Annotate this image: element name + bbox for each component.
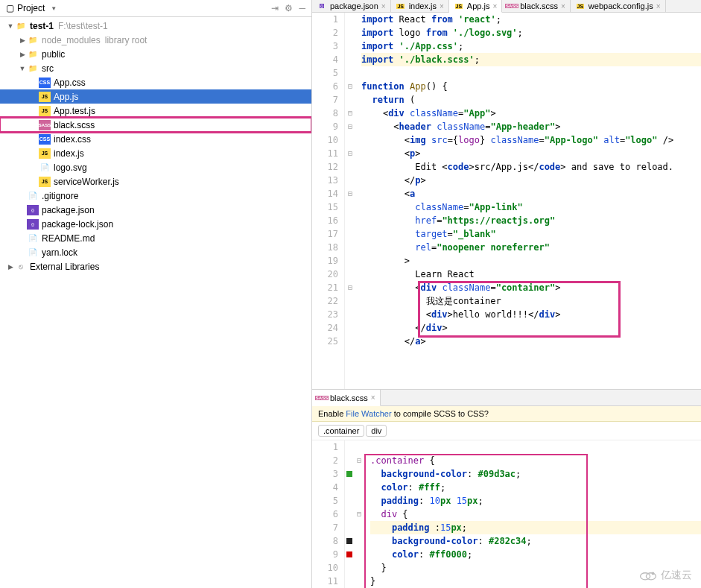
breadcrumb-div[interactable]: div — [366, 425, 387, 437]
tree-item-serviceWorker-js[interactable]: JSserviceWorker.js — [0, 174, 311, 189]
tree-item-src[interactable]: ▼📁src — [0, 61, 311, 75]
code-line-10[interactable]: <img src={logo} className="App-logo" alt… — [361, 133, 701, 147]
tree-item-public[interactable]: ▶📁public — [0, 47, 311, 61]
code-line-6[interactable]: function App() { — [361, 80, 701, 93]
code-line-11[interactable]: <p> — [361, 147, 701, 160]
tab-close-icon[interactable]: × — [381, 2, 386, 10]
breadcrumb--container[interactable]: .container — [318, 425, 364, 437]
code-line-14[interactable]: <a — [361, 187, 701, 200]
tree-item--gitignore[interactable]: 📄.gitignore — [0, 189, 311, 203]
watermark: 亿速云 — [638, 569, 692, 582]
svg-point-1 — [646, 573, 656, 580]
code-line-7[interactable]: padding :15px; — [370, 521, 701, 534]
tab-webpack-config-js[interactable]: JSwebpack.config.js× — [571, 0, 666, 12]
tab-App-js[interactable]: JSApp.js× — [449, 0, 502, 13]
file-watcher-banner: Enable File Watcher to compile SCSS to C… — [312, 406, 701, 422]
bottom-tabs: SASSblack.scss× — [312, 390, 701, 406]
file-watcher-prefix: Enable — [318, 409, 346, 418]
tree-item-App-test-js[interactable]: JSApp.test.js — [0, 104, 311, 118]
tree-item-package-json[interactable]: {}package.json — [0, 203, 311, 217]
tree-item-index-js[interactable]: JSindex.js — [0, 146, 311, 160]
hide-icon[interactable]: ─ — [299, 3, 305, 13]
code-line-21[interactable]: <div className="container"> — [361, 281, 701, 294]
file-watcher-link[interactable]: File Watcher — [346, 409, 391, 418]
code-line-5[interactable] — [361, 66, 701, 80]
sidebar-header: ▢ Project ▼ ⇥ ⚙ ─ — [0, 0, 311, 17]
tab-black-scss[interactable]: SASSblack.scss× — [502, 0, 571, 12]
code-line-17[interactable]: target="_blank" — [361, 227, 701, 241]
code-line-19[interactable]: > — [361, 254, 701, 268]
code-line-22[interactable]: 我这是container — [361, 294, 701, 308]
code-line-18[interactable]: rel="noopener noreferrer" — [361, 241, 701, 254]
code-line-2[interactable]: import logo from './logo.svg'; — [361, 26, 701, 39]
tab-close-icon[interactable]: × — [656, 2, 661, 10]
code-line-3[interactable]: import './App.css'; — [361, 39, 701, 53]
code-line-20[interactable]: Learn React — [361, 268, 701, 281]
code-line-8[interactable]: background-color: #282c34; — [370, 534, 701, 548]
tab-close-icon[interactable]: × — [492, 2, 497, 10]
svg-point-2 — [652, 572, 654, 575]
code-line-9[interactable]: color: #ff0000; — [370, 548, 701, 561]
code-line-7[interactable]: return ( — [361, 93, 701, 107]
tree-item-black-scss[interactable]: SASSblack.scss — [0, 118, 311, 132]
code-line-3[interactable]: background-color: #09d3ac; — [370, 467, 701, 481]
dropdown-caret-icon: ▼ — [51, 5, 57, 12]
tab-black-scss[interactable]: SASSblack.scss× — [312, 390, 381, 406]
code-line-9[interactable]: <header className="App-header"> — [361, 120, 701, 133]
code-line-24[interactable]: </div> — [361, 321, 701, 335]
tab-close-icon[interactable]: × — [561, 2, 565, 10]
project-icon: ▢ — [6, 3, 14, 13]
code-line-8[interactable]: <div className="App"> — [361, 107, 701, 120]
top-editor-pane: 1234567891011121314151617181920212223242… — [312, 13, 701, 389]
gear-icon[interactable]: ⚙ — [285, 3, 293, 13]
sidebar-title: Project — [17, 3, 45, 13]
editor-area: {}package.json×JSindex.js×JSApp.js×SASSb… — [312, 0, 701, 588]
tree-item-yarn-lock[interactable]: 📄yarn.lock — [0, 245, 311, 259]
tab-index-js[interactable]: JSindex.js× — [391, 0, 449, 12]
tree-item-node-modules[interactable]: ▶📁node_moduleslibrary root — [0, 33, 311, 47]
file-watcher-suffix: to compile SCSS to CSS? — [392, 409, 489, 418]
code-line-23[interactable]: <div>hello world!!!</div> — [361, 308, 701, 321]
code-line-13[interactable]: </p> — [361, 174, 701, 187]
tab-package-json[interactable]: {}package.json× — [312, 0, 391, 12]
code-body-bottom[interactable]: 1234567891011 ⊟⊟ .container { background… — [312, 440, 701, 588]
breadcrumb-bar: .containerdiv — [312, 422, 701, 440]
code-line-1[interactable] — [370, 440, 701, 454]
code-line-2[interactable]: .container { — [370, 454, 701, 467]
tree-item-index-css[interactable]: CSSindex.css — [0, 132, 311, 146]
tree-item-README-md[interactable]: 📄README.md — [0, 231, 311, 245]
code-body-top[interactable]: 1234567891011121314151617181920212223242… — [312, 13, 701, 389]
tree-item-App-css[interactable]: CSSApp.css — [0, 75, 311, 89]
file-tree[interactable]: ▼📁test-1F:\test\test-1▶📁node_moduleslibr… — [0, 17, 311, 588]
code-line-16[interactable]: href="https://reactjs.org" — [361, 214, 701, 227]
tree-item-test-1[interactable]: ▼📁test-1F:\test\test-1 — [0, 19, 311, 33]
tree-item-App-js[interactable]: JSApp.js — [0, 89, 311, 104]
code-line-5[interactable]: padding: 10px 15px; — [370, 494, 701, 508]
code-line-12[interactable]: Edit <code>src/App.js</code> and save to… — [361, 160, 701, 174]
tree-item-External-Libraries[interactable]: ▶⎋External Libraries — [0, 259, 311, 274]
tree-item-logo-svg[interactable]: 📄logo.svg — [0, 160, 311, 174]
code-line-15[interactable]: className="App-link" — [361, 200, 701, 214]
tree-item-package-lock-json[interactable]: {}package-lock.json — [0, 217, 311, 231]
code-line-6[interactable]: div { — [370, 508, 701, 521]
tab-close-icon[interactable]: × — [371, 393, 375, 402]
code-line-4[interactable]: import './black.scss'; — [361, 53, 701, 66]
code-line-1[interactable]: import React from 'react'; — [361, 13, 701, 26]
editor-tabs: {}package.json×JSindex.js×JSApp.js×SASSb… — [312, 0, 701, 13]
code-line-25[interactable]: </a> — [361, 335, 701, 348]
code-line-4[interactable]: color: #fff; — [370, 481, 701, 494]
project-sidebar: ▢ Project ▼ ⇥ ⚙ ─ ▼📁test-1F:\test\test-1… — [0, 0, 312, 588]
collapse-icon[interactable]: ⇥ — [271, 3, 279, 13]
tab-close-icon[interactable]: × — [440, 2, 444, 10]
project-dropdown[interactable]: ▢ Project ▼ — [6, 3, 271, 13]
bottom-editor-pane: SASSblack.scss× Enable File Watcher to c… — [312, 389, 701, 588]
svg-point-0 — [641, 573, 650, 580]
